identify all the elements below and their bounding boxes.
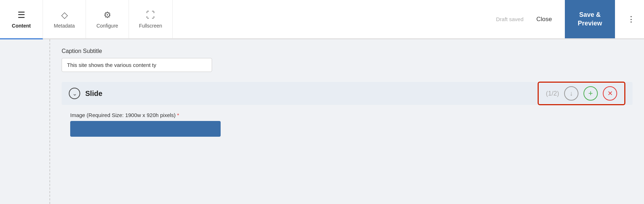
collapse-slide-button[interactable]: ⌄ bbox=[69, 88, 80, 99]
image-field: Image (Required Size: 1900w x 920h pixel… bbox=[62, 112, 633, 138]
fullscreen-icon: ⛶ bbox=[146, 10, 155, 20]
save-preview-label: Save &Preview bbox=[578, 11, 602, 28]
image-upload-button[interactable] bbox=[70, 121, 221, 137]
chevron-down-icon: ⌄ bbox=[72, 90, 77, 97]
metadata-icon: ◇ bbox=[61, 10, 68, 20]
caption-subtitle-label: Caption Subtitle bbox=[62, 48, 633, 54]
tab-configure-label: Configure bbox=[96, 23, 118, 29]
slide-section-header: ⌄ Slide (1/2) ↓ + ✕ bbox=[62, 82, 633, 105]
configure-icon: ⚙ bbox=[104, 10, 111, 20]
image-field-label: Image (Required Size: 1900w x 920h pixel… bbox=[70, 112, 633, 118]
more-options-button[interactable]: ⋮ bbox=[622, 15, 640, 24]
more-icon: ⋮ bbox=[627, 15, 635, 24]
save-preview-button[interactable]: Save &Preview bbox=[565, 0, 615, 38]
tab-content-label: Content bbox=[12, 23, 31, 29]
plus-icon: + bbox=[588, 89, 593, 98]
toolbar: ☰ Content ◇ Metadata ⚙ Configure ⛶ Fulls… bbox=[0, 0, 644, 39]
toolbar-right: Draft saved Close Save &Preview ⋮ bbox=[496, 0, 644, 38]
close-button[interactable]: Close bbox=[530, 13, 557, 26]
draft-status: Draft saved bbox=[496, 16, 524, 22]
move-down-button[interactable]: ↓ bbox=[564, 86, 578, 101]
arrow-down-icon: ↓ bbox=[570, 90, 573, 97]
add-slide-button[interactable]: + bbox=[583, 86, 598, 101]
left-sidebar bbox=[0, 39, 50, 204]
required-indicator: * bbox=[177, 112, 179, 118]
slide-counter: (1/2) bbox=[546, 90, 559, 97]
close-icon: ✕ bbox=[607, 89, 613, 97]
remove-slide-button[interactable]: ✕ bbox=[603, 86, 617, 101]
tab-content[interactable]: ☰ Content bbox=[0, 0, 43, 39]
form-panel: Caption Subtitle ⌄ Slide (1/2) ↓ + ✕ bbox=[50, 39, 644, 204]
main-content: Caption Subtitle ⌄ Slide (1/2) ↓ + ✕ bbox=[0, 39, 644, 204]
caption-subtitle-field: Caption Subtitle bbox=[62, 48, 633, 72]
tab-fullscreen[interactable]: ⛶ Fullscreen bbox=[129, 0, 173, 38]
tab-metadata[interactable]: ◇ Metadata bbox=[43, 0, 86, 38]
slide-controls-box: (1/2) ↓ + ✕ bbox=[538, 82, 625, 105]
tab-metadata-label: Metadata bbox=[54, 23, 75, 29]
caption-subtitle-input[interactable] bbox=[62, 58, 212, 72]
slide-section-title: Slide bbox=[85, 89, 102, 98]
tab-fullscreen-label: Fullscreen bbox=[139, 23, 162, 29]
content-icon: ☰ bbox=[18, 10, 25, 20]
tab-configure[interactable]: ⚙ Configure bbox=[86, 0, 129, 38]
